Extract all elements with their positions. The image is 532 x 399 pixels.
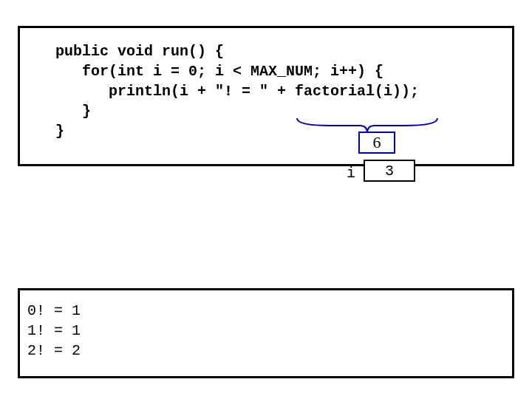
- output-line: 0! = 1: [27, 301, 505, 321]
- code-panel: public void run() { for(int i = 0; i < M…: [18, 26, 514, 166]
- variable-value: 3: [385, 163, 394, 180]
- output-panel: 0! = 1 1! = 1 2! = 2: [18, 288, 514, 378]
- output-line: 2! = 2: [27, 341, 505, 361]
- variable-label: i: [347, 165, 355, 182]
- code-line: println(i + "! = " + factorial(i));: [29, 81, 503, 101]
- code-line: for(int i = 0; i < MAX_NUM; i++) {: [29, 61, 503, 81]
- code-line: public void run() {: [29, 41, 503, 61]
- expression-value: 6: [373, 133, 381, 152]
- output-line: 1! = 1: [27, 321, 505, 341]
- expression-value-box: 6: [358, 132, 395, 154]
- variable-value-box: 3: [364, 160, 415, 182]
